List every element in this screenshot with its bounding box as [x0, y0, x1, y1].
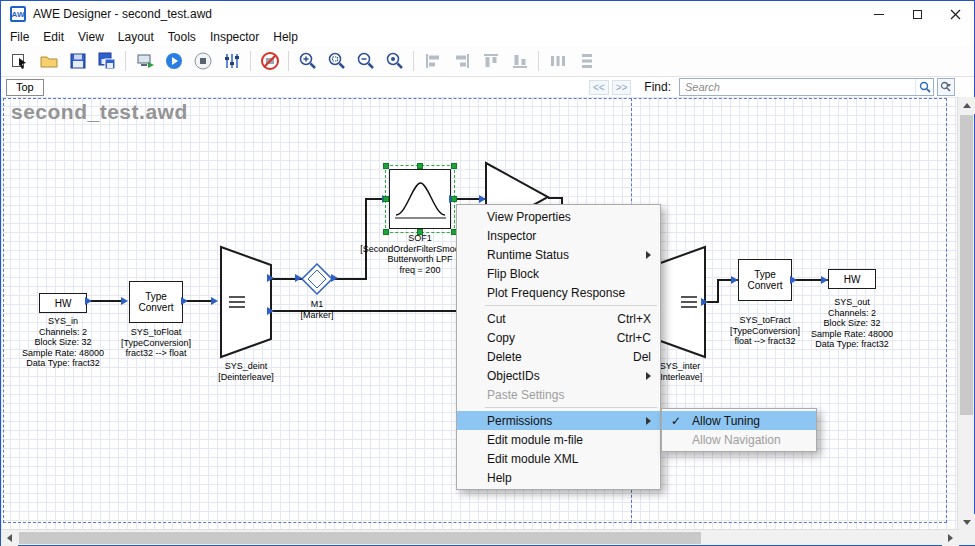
- stop-icon: [193, 51, 213, 71]
- output-pin: [701, 298, 708, 306]
- menu-item-objectids[interactable]: ObjectIDs: [457, 366, 660, 385]
- find-next-button[interactable]: >>: [612, 80, 632, 95]
- menu-item-copy[interactable]: CopyCtrl+C: [457, 328, 660, 347]
- scroll-up-button[interactable]: [958, 97, 975, 114]
- wire: [717, 279, 719, 303]
- menu-edit[interactable]: Edit: [36, 27, 71, 46]
- zoom-in-button[interactable]: [294, 48, 321, 74]
- zoom-fit-button[interactable]: [381, 48, 408, 74]
- save-icon: [68, 51, 88, 71]
- scroll-right-button[interactable]: [942, 530, 959, 546]
- align-left-button[interactable]: [419, 48, 446, 74]
- minimize-button[interactable]: [860, 1, 898, 27]
- select-pointer-button[interactable]: [6, 48, 33, 74]
- distribute-vertical-button[interactable]: [573, 48, 600, 74]
- stop-button[interactable]: [189, 48, 216, 74]
- maximize-button[interactable]: [898, 1, 936, 27]
- vertical-scrollbar[interactable]: [957, 97, 974, 531]
- search-icon: [919, 81, 931, 93]
- input-pin: [211, 297, 218, 305]
- input-pin: [731, 276, 738, 284]
- menu-help[interactable]: Help: [266, 27, 305, 46]
- menu-item-help[interactable]: Help: [457, 468, 660, 487]
- search-options-button[interactable]: [937, 78, 955, 96]
- selection-handle[interactable]: [417, 229, 423, 235]
- block-caption-sys-tofloat: SYS_toFloat [TypeConversion] fract32 -->…: [96, 327, 216, 359]
- menu-item-permissions[interactable]: Permissions: [457, 411, 660, 430]
- selection-handle[interactable]: [451, 196, 457, 202]
- search-box: [679, 78, 934, 96]
- search-go-button[interactable]: [915, 79, 933, 95]
- design-canvas[interactable]: second_test.awd: [1, 97, 959, 531]
- zoom-out-button[interactable]: [352, 48, 379, 74]
- block-caption-sys-deint: SYS_deint [Deinterleave]: [186, 361, 306, 382]
- block-m1-marker[interactable]: [299, 261, 335, 297]
- block-caption-sys-out: SYS_out Channels: 2 Block Size: 32 Sampl…: [792, 297, 912, 350]
- align-right-button[interactable]: [448, 48, 475, 74]
- block-sys-in[interactable]: HW: [39, 293, 87, 313]
- output-pin: [267, 307, 274, 315]
- align-left-icon: [423, 51, 443, 71]
- menu-item-view-properties[interactable]: View Properties: [457, 207, 660, 226]
- breadcrumb-top-tab[interactable]: Top: [6, 79, 44, 96]
- canvas-title: second_test.awd: [11, 100, 188, 124]
- zoom-fit-icon: [385, 51, 405, 71]
- menu-item-edit-module-xml[interactable]: Edit module XML: [457, 449, 660, 468]
- search-input[interactable]: [680, 81, 915, 93]
- align-top-button[interactable]: [477, 48, 504, 74]
- arrow-right-icon: [948, 534, 953, 542]
- menu-item-inspector[interactable]: Inspector: [457, 226, 660, 245]
- block-caption-m1: M1 [Marker]: [257, 299, 377, 320]
- menu-view[interactable]: View: [71, 27, 111, 46]
- window-title: AWE Designer - second_test.awd: [33, 7, 212, 21]
- deploy-button[interactable]: [131, 48, 158, 74]
- halt-audio-button[interactable]: [256, 48, 283, 74]
- menu-tools[interactable]: Tools: [161, 27, 203, 46]
- menu-item-edit-module-m-file[interactable]: Edit module m-file: [457, 430, 660, 449]
- menu-layout[interactable]: Layout: [111, 27, 161, 46]
- align-top-icon: [481, 51, 501, 71]
- menu-item-delete[interactable]: DeleteDel: [457, 347, 660, 366]
- input-pin: [295, 274, 302, 282]
- output-pin: [85, 297, 92, 305]
- menu-item-flip-block[interactable]: Flip Block: [457, 264, 660, 283]
- search-options-icon: [940, 81, 952, 93]
- open-button[interactable]: [35, 48, 62, 74]
- audio-config-button[interactable]: [218, 48, 245, 74]
- menu-item-runtime-status[interactable]: Runtime Status: [457, 245, 660, 264]
- submenu-item-allow-tuning[interactable]: ✓ Allow Tuning: [662, 411, 816, 430]
- block-sys-deint[interactable]: [219, 245, 273, 359]
- selection-handle[interactable]: [417, 163, 423, 169]
- zoom-selection-button[interactable]: [323, 48, 350, 74]
- titlebar[interactable]: AW AWE Designer - second_test.awd: [1, 1, 974, 27]
- menubar: File Edit View Layout Tools Inspector He…: [1, 27, 974, 46]
- block-sys-tofloat[interactable]: Type Convert: [129, 281, 183, 323]
- menu-separator: [485, 305, 657, 306]
- run-icon: [164, 51, 184, 71]
- block-sys-tofract[interactable]: Type Convert: [738, 259, 792, 301]
- selection-handle[interactable]: [451, 163, 457, 169]
- selection-handle[interactable]: [383, 163, 389, 169]
- distribute-horizontal-button[interactable]: [544, 48, 571, 74]
- align-bottom-button[interactable]: [506, 48, 533, 74]
- vertical-scroll-thumb[interactable]: [960, 115, 973, 415]
- zoom-out-icon: [356, 51, 376, 71]
- toolbar-separator: [288, 51, 289, 71]
- scroll-left-button[interactable]: [1, 530, 18, 546]
- run-button[interactable]: [160, 48, 187, 74]
- menu-inspector[interactable]: Inspector: [203, 27, 266, 46]
- selection-handle[interactable]: [383, 229, 389, 235]
- save-as-button[interactable]: [93, 48, 120, 74]
- horizontal-scrollbar[interactable]: [1, 529, 975, 545]
- menu-item-plot-frequency-response[interactable]: Plot Frequency Response: [457, 283, 660, 302]
- find-previous-button[interactable]: <<: [589, 80, 609, 95]
- menu-file[interactable]: File: [3, 27, 36, 46]
- horizontal-scroll-thumb[interactable]: [19, 532, 701, 544]
- save-button[interactable]: [64, 48, 91, 74]
- menu-item-cut[interactable]: CutCtrl+X: [457, 309, 660, 328]
- block-sys-out[interactable]: HW: [828, 269, 876, 289]
- block-sys-inter[interactable]: [653, 245, 707, 359]
- selection-handle[interactable]: [383, 196, 389, 202]
- close-button[interactable]: [936, 1, 974, 27]
- submenu-arrow-icon: [646, 417, 651, 425]
